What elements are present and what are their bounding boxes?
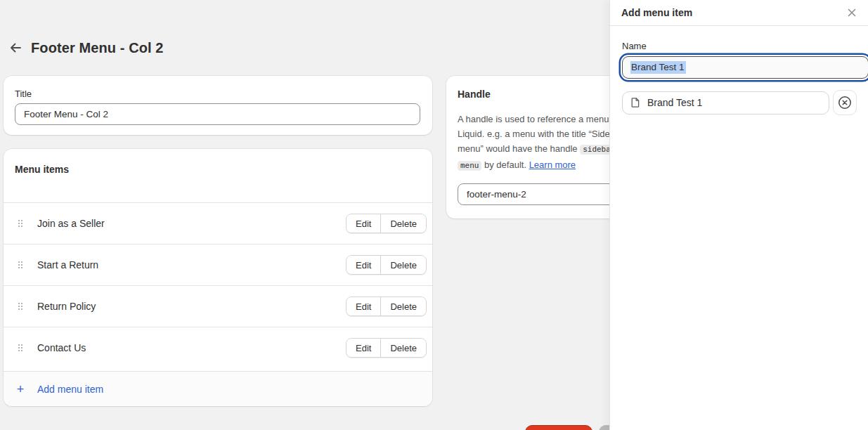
row-action-group: Edit Delete: [346, 297, 427, 316]
row-action-group: Edit Delete: [346, 214, 427, 233]
handle-desc-text-2: by default.: [481, 159, 529, 170]
menu-item-label: Return Policy: [37, 301, 346, 312]
delete-button[interactable]: Delete: [380, 214, 426, 233]
menu-item-label: Start a Return: [37, 259, 346, 271]
drag-handle-dots-icon[interactable]: [15, 218, 26, 229]
plus-icon: +: [15, 383, 26, 396]
menu-item-row: Return Policy Edit Delete: [4, 286, 432, 327]
title-input[interactable]: [15, 103, 420, 125]
x-icon: [847, 8, 857, 18]
name-input[interactable]: Brand Test 1: [622, 56, 868, 79]
menu-item-label: Join as a Seller: [37, 218, 346, 229]
row-action-group: Edit Delete: [346, 338, 427, 358]
menu-item-label: Contact Us: [37, 342, 346, 353]
edit-button[interactable]: Edit: [346, 256, 380, 274]
menu-items-list: Join as a Seller Edit Delete Start a Ret…: [4, 202, 432, 368]
linked-item-button[interactable]: Brand Test 1: [622, 91, 829, 115]
delete-button[interactable]: Delete: [380, 297, 426, 315]
back-button[interactable]: [7, 39, 24, 56]
linked-item-label: Brand Test 1: [647, 97, 702, 108]
delete-button[interactable]: Delete: [380, 256, 426, 274]
edit-button[interactable]: Edit: [346, 339, 380, 357]
panel-title: Add menu item: [621, 7, 843, 18]
menu-item-row: Contact Us Edit Delete: [4, 327, 432, 368]
edit-button[interactable]: Edit: [346, 214, 380, 233]
handle-code-chip-2: menu: [458, 161, 481, 171]
name-input-selected-text: Brand Test 1: [630, 61, 686, 74]
drag-handle-dots-icon[interactable]: [15, 301, 26, 312]
add-menu-item-label: Add menu item: [37, 384, 103, 395]
delete-button[interactable]: Delete: [380, 339, 426, 357]
page-header: Footer Menu - Col 2: [7, 39, 164, 56]
drag-handle-dots-icon[interactable]: [15, 342, 26, 353]
title-field-label: Title: [15, 89, 421, 99]
add-menu-item-button[interactable]: + Add menu item: [4, 371, 432, 406]
danger-action-button-partial[interactable]: [525, 425, 592, 430]
menu-item-row: Join as a Seller Edit Delete: [4, 203, 432, 244]
title-card: Title: [4, 76, 432, 135]
edit-button[interactable]: Edit: [346, 297, 380, 315]
arrow-left-icon: [8, 41, 22, 55]
menu-items-heading: Menu items: [4, 149, 432, 175]
panel-header: Add menu item: [610, 0, 868, 26]
close-button[interactable]: [843, 4, 861, 22]
row-action-group: Edit Delete: [346, 255, 427, 275]
menu-items-card: Menu items Join as a Seller Edit Delete …: [4, 149, 432, 406]
remove-link-button[interactable]: [833, 90, 857, 115]
page-file-icon: [630, 97, 641, 108]
page-title: Footer Menu - Col 2: [31, 40, 164, 56]
linked-item-row: Brand Test 1: [622, 90, 857, 115]
panel-body: Name Brand Test 1 Brand Test 1: [610, 26, 868, 115]
drag-handle-dots-icon[interactable]: [15, 259, 26, 271]
menu-item-row: Start a Return Edit Delete: [4, 245, 432, 285]
add-menu-item-panel: Add menu item Name Brand Test 1: [609, 0, 868, 430]
name-field-label: Name: [622, 41, 857, 51]
learn-more-link[interactable]: Learn more: [529, 159, 576, 170]
circle-x-icon: [837, 95, 853, 110]
